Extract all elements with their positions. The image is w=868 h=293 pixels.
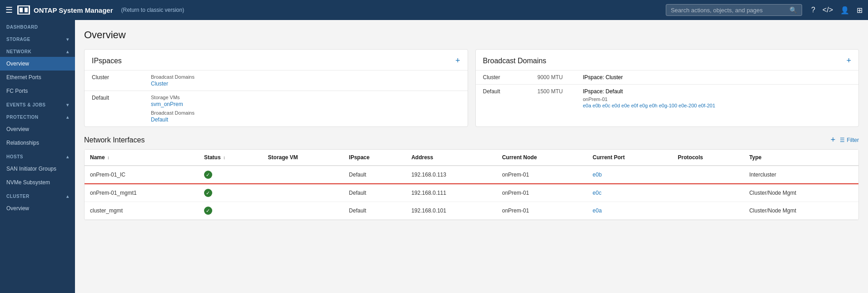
chevron-down-icon: ▾ xyxy=(66,37,69,42)
cards-row: IPspaces + Cluster Broadcast Domains Clu… xyxy=(84,49,859,127)
port-e0b-link[interactable]: e0b xyxy=(593,103,601,108)
sidebar-item-san-initiator-groups[interactable]: SAN Initiator Groups xyxy=(0,162,75,176)
broadcast-domain-cluster-link[interactable]: Cluster xyxy=(151,81,168,87)
section-actions: + ☰ Filter xyxy=(831,135,859,145)
port-e0h-link[interactable]: e0h xyxy=(649,103,657,108)
logo: ONTAP System Manager (Return to classic … xyxy=(17,5,184,15)
col-storage-vm[interactable]: Storage VM xyxy=(263,150,344,166)
ni-type: Intercluster xyxy=(744,166,858,184)
chevron-up-icon: ▴ xyxy=(66,154,69,159)
search-input[interactable] xyxy=(671,7,789,14)
hamburger-menu[interactable]: ☰ xyxy=(5,5,13,15)
help-icon[interactable]: ? xyxy=(811,6,815,14)
table-row: onPrem-01_IC ✓ Default 192.168.0.113 onP… xyxy=(85,166,858,184)
ni-type: Cluster/Node Mgmt xyxy=(744,184,858,202)
sidebar-item-cluster-overview[interactable]: Overview xyxy=(0,202,75,215)
table-row: cluster_mgmt ✓ Default 192.168.0.101 onP… xyxy=(85,202,858,220)
sidebar-item-protection-overview[interactable]: Overview xyxy=(0,122,75,136)
ni-status: ✓ xyxy=(199,202,263,220)
bd-mtu: 1500 MTU xyxy=(530,85,576,112)
filter-button[interactable]: ☰ Filter xyxy=(840,137,859,143)
port-e0e-link[interactable]: e0e xyxy=(621,103,629,108)
brand-name: ONTAP System Manager xyxy=(34,6,113,14)
col-current-port[interactable]: Current Port xyxy=(587,150,672,166)
ipspace-name: Default xyxy=(85,91,144,127)
ni-current-node: onPrem-01 xyxy=(497,166,587,184)
sidebar-item-network-overview[interactable]: Overview xyxy=(0,57,75,71)
broadcast-domains-card-title: Broadcast Domains xyxy=(483,57,547,65)
ni-ipspace: Default xyxy=(344,202,406,220)
port-e0f201-link[interactable]: e0f-201 xyxy=(698,103,715,108)
status-ok-icon: ✓ xyxy=(204,171,212,179)
sidebar-section-protection[interactable]: PROTECTION ▴ xyxy=(0,110,75,122)
col-type[interactable]: Type xyxy=(744,150,858,166)
apps-icon[interactable]: ⊞ xyxy=(857,6,863,15)
ni-ipspace: Default xyxy=(344,184,406,202)
col-name[interactable]: Name ↕ xyxy=(85,150,199,166)
code-icon[interactable]: </> xyxy=(823,6,833,14)
ni-status: ✓ xyxy=(199,184,263,202)
ni-protocols xyxy=(673,202,744,220)
filter-icon: ☰ xyxy=(840,137,845,143)
broadcast-domains-add-button[interactable]: + xyxy=(846,56,851,66)
ni-address: 192.168.0.101 xyxy=(406,202,497,220)
svg-rect-1 xyxy=(20,8,23,12)
ipspace-details: Storage VMs svm_onPrem Broadcast Domains… xyxy=(144,91,468,127)
broadcast-domain-default-link[interactable]: Default xyxy=(151,116,168,123)
sidebar-section-label: PROTECTION xyxy=(6,115,39,120)
status-ok-icon: ✓ xyxy=(204,207,212,215)
port-link[interactable]: e0b xyxy=(593,172,602,178)
chevron-up-icon: ▴ xyxy=(66,115,69,120)
col-current-node[interactable]: Current Node xyxy=(497,150,587,166)
sidebar-item-nvme-subsystem[interactable]: NVMe Subsystem xyxy=(0,176,75,189)
port-e0g-link[interactable]: e0g xyxy=(639,103,648,108)
sort-icon: ↕ xyxy=(223,155,225,160)
table-row: Cluster Broadcast Domains Cluster xyxy=(85,71,468,91)
ni-current-node: onPrem-01 xyxy=(497,202,587,220)
col-ipspace[interactable]: IPspace xyxy=(344,150,406,166)
sidebar-section-cluster[interactable]: CLUSTER ▴ xyxy=(0,189,75,202)
port-e0d-link[interactable]: e0d xyxy=(612,103,620,108)
bd-ipspace-label: IPspace: Default xyxy=(583,88,852,95)
sidebar-item-ethernet-ports[interactable]: Ethernet Ports xyxy=(0,71,75,84)
user-icon[interactable]: 👤 xyxy=(840,6,849,15)
port-link[interactable]: e0c xyxy=(593,190,601,196)
sidebar-section-events-jobs[interactable]: EVENTS & JOBS ▾ xyxy=(0,98,75,110)
sidebar: DASHBOARD STORAGE ▾ NETWORK ▴ Overview E… xyxy=(0,20,75,293)
sidebar-section-label: STORAGE xyxy=(6,37,30,42)
ni-address: 192.168.0.111 xyxy=(406,184,497,202)
sidebar-section-label: CLUSTER xyxy=(6,194,30,199)
table-header-row: Name ↕ Status ↕ Storage VM IPspace Addre… xyxy=(85,150,858,166)
storage-vm-link[interactable]: svm_onPrem xyxy=(151,101,183,107)
layout: DASHBOARD STORAGE ▾ NETWORK ▴ Overview E… xyxy=(0,20,868,293)
search-bar[interactable]: 🔍 xyxy=(666,4,802,16)
bd-mtu: 9000 MTU xyxy=(530,71,576,85)
port-e0e200-link[interactable]: e0e-200 xyxy=(678,103,697,108)
sidebar-section-dashboard[interactable]: DASHBOARD xyxy=(0,20,75,32)
col-address[interactable]: Address xyxy=(406,150,497,166)
port-e0g100-link[interactable]: e0g-100 xyxy=(659,103,677,108)
classic-version-link[interactable]: (Return to classic version) xyxy=(121,7,185,13)
col-status[interactable]: Status ↕ xyxy=(199,150,263,166)
sidebar-item-relationships[interactable]: Relationships xyxy=(0,136,75,150)
network-interfaces-section-header: Network Interfaces + ☰ Filter xyxy=(84,135,859,145)
col-protocols[interactable]: Protocols xyxy=(673,150,744,166)
sidebar-item-fc-ports[interactable]: FC Ports xyxy=(0,84,75,98)
bd-port-links: e0a e0b e0c e0d e0e e0f e0g e0h e0g-100 xyxy=(583,103,852,108)
ipspaces-add-button[interactable]: + xyxy=(455,56,460,66)
bd-ipspace: IPspace: Cluster xyxy=(576,71,859,85)
sidebar-section-hosts[interactable]: HOSTS ▴ xyxy=(0,150,75,162)
ni-protocols xyxy=(673,184,744,202)
port-e0a-link[interactable]: e0a xyxy=(583,103,591,108)
ipspaces-card: IPspaces + Cluster Broadcast Domains Clu… xyxy=(84,49,468,127)
sidebar-section-network[interactable]: NETWORK ▴ xyxy=(0,45,75,57)
port-link[interactable]: e0a xyxy=(593,207,602,214)
ipspaces-table: Cluster Broadcast Domains Cluster Defaul… xyxy=(85,70,468,126)
sidebar-section-storage[interactable]: STORAGE ▾ xyxy=(0,32,75,45)
port-e0c-link[interactable]: e0c xyxy=(602,103,610,108)
table-row: Cluster 9000 MTU IPspace: Cluster xyxy=(476,71,859,85)
ni-ipspace: Default xyxy=(344,166,406,184)
ni-storage-vm xyxy=(263,166,344,184)
port-e0f-link[interactable]: e0f xyxy=(631,103,638,108)
network-interfaces-add-button[interactable]: + xyxy=(831,135,836,145)
